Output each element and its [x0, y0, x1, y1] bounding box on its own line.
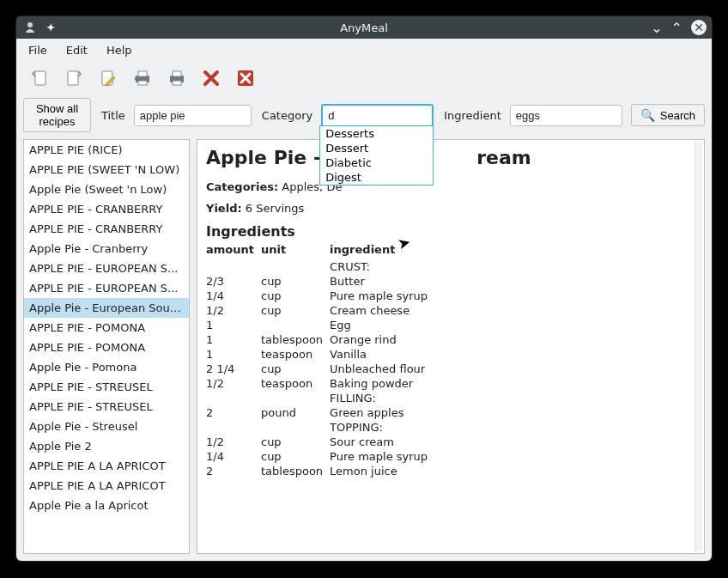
menu-help[interactable]: Help: [106, 44, 132, 57]
cell-amount: 2: [206, 464, 261, 478]
cell-unit: teaspoon: [261, 347, 330, 362]
cell-unit: [261, 259, 330, 274]
list-item[interactable]: Apple Pie - European Sour...: [24, 298, 189, 318]
cell-unit: tablespoon: [261, 464, 330, 478]
cell-ingredient: Unbleached flour: [330, 362, 434, 376]
search-label: Search: [660, 109, 695, 122]
ingredients-heading: Ingredients: [206, 223, 695, 240]
svg-rect-1: [35, 71, 46, 85]
cell-ingredient: Butter: [330, 274, 434, 289]
cell-unit: tablespoon: [261, 332, 330, 347]
title-input[interactable]: [134, 105, 252, 126]
list-item[interactable]: APPLE PIE - EUROPEAN S...: [24, 278, 189, 298]
table-row: 1/2cupCream cheese: [206, 303, 434, 318]
list-item[interactable]: Apple Pie - Streusel: [24, 417, 189, 436]
close-icon[interactable]: ✕: [691, 20, 707, 35]
col-amount: amount: [206, 241, 261, 259]
list-item[interactable]: Apple Pie - Cranberry: [24, 239, 189, 259]
new-page-left-icon[interactable]: [28, 67, 51, 89]
print-icon[interactable]: [166, 67, 188, 89]
cell-ingredient: Lemon juice: [330, 464, 434, 478]
cell-ingredient: Baking powder: [330, 376, 434, 391]
list-item[interactable]: APPLE PIE (SWEET 'N LOW): [24, 160, 189, 179]
list-item[interactable]: Apple Pie (Sweet 'n Low): [24, 179, 189, 199]
category-input[interactable]: [321, 104, 434, 127]
autocomplete-option[interactable]: Desserts: [320, 126, 433, 141]
maximize-icon[interactable]: ⌃: [671, 20, 682, 36]
cell-unit: teaspoon: [261, 376, 330, 391]
cell-amount: 1: [206, 318, 261, 332]
autocomplete-option[interactable]: Dessert: [320, 141, 433, 155]
toolbar: [16, 62, 712, 94]
categories-line: Categories: Apples, De: [206, 180, 695, 193]
autocomplete-option[interactable]: Digest: [320, 170, 433, 185]
cell-unit: pound: [261, 405, 330, 420]
list-item[interactable]: APPLE PIE A LA APRICOT: [24, 476, 189, 496]
print-all-icon[interactable]: [131, 67, 154, 89]
list-item[interactable]: APPLE PIE - STREUSEL: [24, 377, 189, 397]
cell-unit: cup: [261, 303, 330, 318]
title-label: Title: [96, 109, 129, 122]
autocomplete-option[interactable]: Diabetic: [320, 155, 433, 170]
ingredient-input[interactable]: [510, 105, 622, 126]
app-window: ✦ AnyMeal ⌄ ⌃ ✕ File Edit Help Show all …: [15, 15, 713, 562]
edit-page-icon[interactable]: [97, 67, 119, 89]
table-row: 1/2cupSour cream: [206, 435, 434, 449]
cell-ingredient: TOPPING:: [330, 420, 434, 435]
list-item[interactable]: Apple Pie - Pomona: [24, 357, 189, 377]
cell-amount: 1/2: [206, 435, 261, 449]
table-row: 2poundGreen apples: [206, 405, 434, 420]
list-item[interactable]: APPLE PIE - EUROPEAN S...: [24, 259, 189, 278]
cell-amount: 1/4: [206, 449, 261, 464]
cell-unit: cup: [261, 449, 330, 464]
cell-unit: cup: [261, 274, 330, 289]
categories-label: Categories:: [206, 180, 278, 193]
list-item[interactable]: Apple Pie 2: [24, 436, 189, 456]
table-row: 1Egg: [206, 318, 434, 332]
search-icon: 🔍: [640, 108, 655, 122]
titlebar[interactable]: ✦ AnyMeal ⌄ ⌃ ✕: [16, 16, 712, 39]
list-item[interactable]: APPLE PIE - CRANBERRY: [24, 199, 189, 219]
table-row: 1tablespoonOrange rind: [206, 332, 434, 347]
svg-rect-5: [138, 71, 147, 76]
menu-file[interactable]: File: [28, 44, 47, 57]
list-item[interactable]: APPLE PIE (RICE): [24, 140, 189, 160]
app-menu-icon[interactable]: [23, 21, 37, 34]
cell-amount: 2: [206, 405, 261, 420]
table-row: FILLING:: [206, 391, 434, 405]
category-autocomplete[interactable]: DessertsDessertDiabeticDigest: [319, 125, 434, 186]
cell-amount: 1: [206, 347, 261, 362]
table-row: 1/2teaspoonBaking powder: [206, 376, 434, 391]
yield-line: Yield: 6 Servings: [206, 202, 695, 215]
list-item[interactable]: APPLE PIE - CRANBERRY: [24, 219, 189, 239]
cell-ingredient: Pure maple syrup: [330, 289, 434, 303]
new-page-right-icon[interactable]: [63, 67, 85, 89]
table-row: TOPPING:: [206, 420, 434, 435]
menu-edit[interactable]: Edit: [66, 44, 88, 57]
delete-box-icon[interactable]: [234, 67, 257, 89]
list-item[interactable]: APPLE PIE - STREUSEL: [24, 397, 189, 417]
recipe-list[interactable]: APPLE PIE (RICE)APPLE PIE (SWEET 'N LOW)…: [23, 139, 190, 554]
table-row: 1/4cupPure maple syrup: [206, 449, 434, 464]
pin-icon[interactable]: ✦: [44, 21, 58, 34]
minimize-icon[interactable]: ⌄: [651, 20, 662, 36]
delete-x-icon[interactable]: [200, 67, 222, 89]
list-item[interactable]: APPLE PIE - POMONA: [24, 318, 189, 338]
table-row: CRUST:: [206, 259, 434, 274]
cell-ingredient: Egg: [330, 318, 434, 332]
cell-ingredient: Orange rind: [330, 332, 434, 347]
search-button[interactable]: 🔍Search: [631, 104, 705, 126]
list-item[interactable]: APPLE PIE - POMONA: [24, 338, 189, 357]
table-row: 2tablespoonLemon juice: [206, 464, 434, 478]
show-all-button[interactable]: Show all recipes: [23, 98, 91, 132]
col-ingredient: ingredient: [330, 241, 434, 259]
ingredient-label: Ingredient: [439, 109, 505, 122]
client-area: File Edit Help Show all recipes Title Ca…: [16, 39, 712, 561]
table-row: 1/4cupPure maple syrup: [206, 289, 434, 303]
table-row: 2/3cupButter: [206, 274, 434, 289]
ingredients-table: amount unit ingredient CRUST:2/3cupButte…: [206, 241, 434, 478]
cell-ingredient: Green apples: [330, 405, 434, 420]
list-item[interactable]: Apple Pie a la Apricot: [24, 496, 189, 515]
list-item[interactable]: APPLE PIE A LA APRICOT: [24, 456, 189, 476]
svg-point-0: [27, 22, 33, 27]
